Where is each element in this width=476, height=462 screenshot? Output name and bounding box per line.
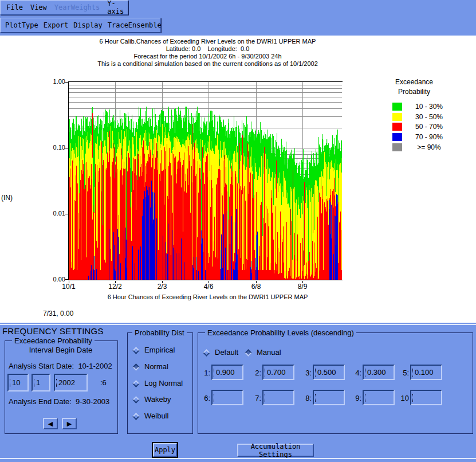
radio-label-default: Default <box>215 348 238 357</box>
chart-title-line1: 6 Hour Calib.Chances of Exceeding River … <box>0 38 415 45</box>
year-value: 2002 <box>58 378 75 387</box>
accumulation-settings-button[interactable]: Accumulation Settings <box>237 444 314 457</box>
level-label-6: 6: <box>201 394 210 402</box>
x-tickmark <box>115 281 116 283</box>
month-field[interactable]: 10 <box>7 374 29 391</box>
level-field-7[interactable] <box>262 390 294 405</box>
text-cursor <box>265 369 266 377</box>
menu-item-plottype[interactable]: PlotType <box>5 21 38 29</box>
level-field-4[interactable]: 0.300 <box>363 365 395 380</box>
level-label-2: 2: <box>252 369 261 377</box>
analysis-start-date-label: Analysis Start Date: 10-1-2002 <box>9 362 112 370</box>
x-tickmark <box>69 281 69 283</box>
chart-title-line3: Forecast for the period 10/1/2002 6h - 9… <box>0 53 415 60</box>
radio-manual[interactable] <box>245 349 252 357</box>
menu-item-display[interactable]: Display <box>73 21 103 29</box>
level-value-3: 0.500 <box>317 368 336 377</box>
exceedance-chart-plot[interactable] <box>68 81 343 280</box>
text-cursor <box>412 394 414 402</box>
plot-canvas-area: 6 Hour Calib.Chances of Exceeding River … <box>0 36 476 323</box>
level-label-7: 7: <box>252 394 261 402</box>
x-tick-label: 4/6 <box>204 283 214 291</box>
legend-swatch-5 <box>392 143 402 151</box>
apply-button[interactable]: Apply <box>153 443 177 457</box>
menu-item-y-axis[interactable]: Y-axis <box>107 0 128 15</box>
radio-label-wakeby: Wakeby <box>144 395 171 404</box>
year-field[interactable]: 2002 <box>54 374 88 391</box>
text-cursor <box>265 394 266 402</box>
level-label-10: 10 <box>400 394 409 402</box>
level-field-1[interactable]: 0.900 <box>211 365 243 380</box>
level-field-5[interactable]: 0.100 <box>410 365 442 380</box>
level-label-8: 8: <box>302 394 312 402</box>
y-axis-unit-label: (IN) <box>1 194 13 202</box>
radio-label-log-normal: Log Normal <box>144 379 183 387</box>
radio-label-normal: Normal <box>144 362 168 371</box>
month-value: 10 <box>12 378 20 387</box>
level-label-1: 1: <box>201 369 210 377</box>
y-tick-1: 1.00 <box>46 78 65 85</box>
chart-bottom-title: 6 Hour Chances of Exceeding River Levels… <box>0 293 415 300</box>
radio-default[interactable] <box>203 349 210 357</box>
level-label-3: 3: <box>302 369 312 377</box>
interval-begin-date-label: Interval Begin Date <box>5 346 116 354</box>
text-cursor <box>315 394 317 402</box>
level-value-5: 0.100 <box>415 368 434 377</box>
exceedance-levels-group-title: Exceedance Probability Levels (descendin… <box>205 328 356 337</box>
x-tickmark <box>162 281 163 283</box>
text-cursor <box>214 394 215 402</box>
legend-title-line1: Exceedance <box>380 78 449 86</box>
level-field-10[interactable] <box>410 390 442 405</box>
radio-log-normal[interactable] <box>132 380 140 387</box>
previous-interval-button[interactable]: ◀ <box>43 418 58 429</box>
y-tick-2: 0.10 <box>46 144 65 151</box>
text-cursor <box>365 369 367 377</box>
radio-empirical[interactable] <box>132 347 140 354</box>
radio-weibull[interactable] <box>132 413 140 420</box>
level-field-8[interactable] <box>313 390 345 405</box>
x-tickmark <box>209 281 209 283</box>
next-interval-button[interactable]: ▶ <box>62 418 77 429</box>
legend-swatch-4 <box>392 133 402 141</box>
chart-title-line4: This is a conditional simulation based o… <box>0 60 415 67</box>
exceedance-probability-group-title: Exceedance Probability <box>12 336 95 345</box>
x-tickmark <box>302 281 303 283</box>
menu-item-traceensemble[interactable]: TraceEnsemble <box>108 21 162 29</box>
menu-item-export[interactable]: Export <box>44 21 68 29</box>
level-field-3[interactable]: 0.500 <box>313 365 345 380</box>
legend-label-4: 70 - 90% <box>404 133 454 141</box>
day-value: 1 <box>36 378 40 387</box>
menubar-plot: PlotTypeExportDisplayTraceEnsemble <box>0 18 161 33</box>
text-cursor <box>10 379 11 387</box>
level-value-2: 0.700 <box>267 368 286 377</box>
legend-label-1: 10 - 30% <box>404 103 454 111</box>
text-cursor <box>56 379 58 387</box>
legend-swatch-1 <box>392 103 402 111</box>
legend-title-line2: Probability <box>380 88 449 96</box>
x-tick-label: 2/3 <box>158 283 167 291</box>
menu-item-view[interactable]: View <box>30 3 47 11</box>
radio-normal[interactable] <box>132 363 140 371</box>
radio-label-weibull: Weibull <box>144 412 168 420</box>
y-tick-3: 0.01 <box>46 210 65 217</box>
menubar-main: FileViewYearWeightsY-axis <box>0 0 128 15</box>
chart-title-line2: Latitude: 0.0 Longitude: 0.0 <box>0 45 415 52</box>
legend-swatch-3 <box>392 123 402 131</box>
level-field-9[interactable] <box>363 390 395 405</box>
level-label-4: 4: <box>352 369 361 377</box>
level-field-2[interactable]: 0.700 <box>262 365 294 380</box>
text-cursor <box>365 394 367 402</box>
legend-label-2: 30 - 50% <box>404 113 454 121</box>
probability-dist-group: Probability Dist EmpiricalNormalLog Norm… <box>127 332 193 434</box>
frequency-settings-panel: FREQUENCY SETTINGS Exceedance Probabilit… <box>0 324 476 462</box>
menu-item-file[interactable]: File <box>6 3 23 11</box>
menu-item-yearweights: YearWeights <box>54 3 100 11</box>
text-cursor <box>214 369 215 377</box>
level-field-6[interactable] <box>211 390 243 405</box>
x-tick-label: 8/9 <box>298 283 308 291</box>
day-field[interactable]: 1 <box>32 374 50 391</box>
radio-wakeby[interactable] <box>132 396 140 404</box>
x-tickmark <box>256 281 257 283</box>
analysis-end-date-label: Analysis End Date: 9-30-2003 <box>9 397 109 406</box>
exceedance-chart-canvas[interactable] <box>69 82 342 280</box>
